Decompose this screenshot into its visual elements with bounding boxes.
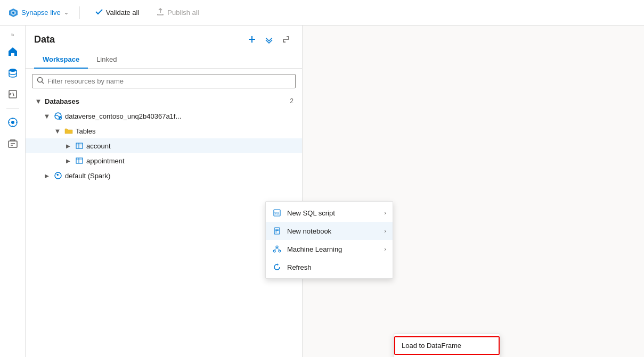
expand-icon (265, 35, 273, 44)
nav-item-develop[interactable] (3, 85, 22, 104)
table-icon (75, 141, 84, 151)
svg-line-17 (42, 82, 44, 84)
folder-svg (64, 127, 73, 135)
plus-icon (248, 35, 256, 44)
sidebar-panel: Data (26, 26, 303, 357)
synapse-icon (9, 8, 18, 18)
new-notebook-chevron: › (384, 228, 386, 234)
ml-icon (272, 244, 282, 254)
manage-icon (7, 138, 18, 149)
checkmark-icon (95, 7, 103, 16)
table-icon-appointment (75, 156, 84, 165)
account-chevron: ► (64, 142, 72, 150)
svg-rect-24 (76, 158, 83, 163)
ml-chevron: › (384, 246, 386, 252)
publish-all-button[interactable]: Publish all (152, 5, 203, 20)
dataverse-label: dataverse_contoso_unq2b40367a1f... (65, 112, 181, 120)
svg-point-34 (276, 246, 278, 248)
menu-item-ml[interactable]: Machine Learning › (266, 240, 393, 258)
databases-count: 2 (290, 97, 294, 105)
dataverse-chevron: ▼ (43, 112, 51, 120)
svg-rect-10 (9, 141, 17, 147)
svg-point-35 (273, 250, 275, 252)
sidebar-header: Data (26, 26, 302, 51)
default-spark-label: default (Spark) (65, 172, 110, 180)
databases-label: Databases (45, 97, 290, 105)
appointment-label: appointment (86, 157, 125, 165)
tree-item-account[interactable]: ► account (26, 138, 302, 153)
tables-chevron: ▼ (53, 127, 62, 135)
notebook-icon (272, 226, 282, 236)
svg-line-6 (10, 94, 11, 95)
nav-item-manage[interactable] (3, 134, 22, 153)
topbar-divider-1 (79, 6, 80, 19)
sql-svg: SQL (273, 209, 281, 217)
default-chevron: ► (43, 171, 51, 180)
sidebar-actions (244, 32, 294, 47)
context-menu: SQL New SQL script › New notebook (265, 201, 393, 279)
spark-icon (53, 171, 63, 180)
tabs-bar: Workspace Linked (26, 51, 302, 69)
new-sql-label: New SQL script (287, 209, 379, 217)
refresh-svg (273, 263, 281, 271)
collapse-icon (282, 35, 290, 44)
nav-item-home[interactable] (3, 42, 22, 61)
nav-divider (6, 108, 19, 109)
search-icon (37, 77, 44, 86)
svg-line-7 (13, 93, 14, 96)
lake-db-icon: ★ (54, 112, 62, 120)
svg-rect-21 (76, 143, 83, 148)
folder-icon (64, 126, 74, 136)
sidebar-title: Data (34, 34, 55, 45)
brand-name: Synapse live (21, 9, 61, 16)
topbar: Synapse live ⌄ Validate all Publish all (0, 0, 644, 26)
new-sql-chevron: › (384, 210, 386, 216)
appointment-chevron: ► (64, 156, 72, 165)
menu-item-new-sql[interactable]: SQL New SQL script › (266, 204, 393, 222)
collapse-panel-button[interactable] (279, 32, 294, 47)
tree-item-default-spark[interactable]: ► default (Spark) (26, 168, 302, 183)
tab-linked[interactable]: Linked (88, 51, 125, 69)
svg-point-16 (38, 78, 43, 82)
validate-icon (95, 7, 103, 18)
brand-chevron[interactable]: ⌄ (64, 9, 69, 16)
database-icon (7, 68, 18, 78)
upload-icon (156, 7, 165, 16)
load-dataframe-label: Load to DataFrame (402, 342, 461, 350)
svg-point-9 (11, 121, 14, 124)
sql-icon: SQL (272, 208, 282, 218)
publish-icon (156, 7, 165, 18)
svg-point-36 (279, 250, 281, 252)
dataverse-icon: ★ (53, 111, 63, 121)
table-svg (75, 142, 84, 150)
ml-label: Machine Learning (287, 245, 379, 253)
tree-item-dataverse[interactable]: ▼ ★ dataverse_contoso_unq2b40367a1f... (26, 109, 302, 123)
menu-item-refresh[interactable]: Refresh (266, 258, 393, 276)
develop-icon (7, 89, 18, 99)
nav-item-monitor[interactable] (3, 113, 22, 132)
svg-point-3 (9, 69, 17, 72)
tables-label: Tables (76, 127, 96, 135)
tree-item-tables[interactable]: ▼ Tables (26, 123, 302, 138)
tree-item-appointment[interactable]: ► appointment (26, 153, 302, 168)
search-input[interactable] (47, 77, 291, 85)
tab-workspace[interactable]: Workspace (34, 51, 88, 69)
add-button[interactable] (244, 32, 259, 47)
ml-svg (273, 245, 281, 253)
validate-all-button[interactable]: Validate all (91, 5, 144, 20)
databases-chevron: ▼ (34, 97, 43, 105)
publish-label: Publish all (167, 9, 199, 16)
submenu-item-load-dataframe[interactable]: Load to DataFrame (394, 336, 500, 355)
magnifier-icon (37, 77, 44, 84)
search-box[interactable] (32, 74, 296, 88)
home-icon (7, 46, 18, 57)
svg-point-2 (12, 12, 14, 14)
expand-button[interactable] (262, 32, 276, 47)
menu-item-new-notebook[interactable]: New notebook › (266, 222, 393, 240)
svg-text:★: ★ (60, 117, 62, 120)
table-svg-2 (75, 156, 84, 165)
tree-databases-header[interactable]: ▼ Databases 2 (26, 94, 302, 109)
brand-area[interactable]: Synapse live ⌄ (9, 8, 69, 18)
nav-expand-icon[interactable]: » (9, 30, 17, 40)
nav-item-data[interactable] (3, 63, 22, 82)
